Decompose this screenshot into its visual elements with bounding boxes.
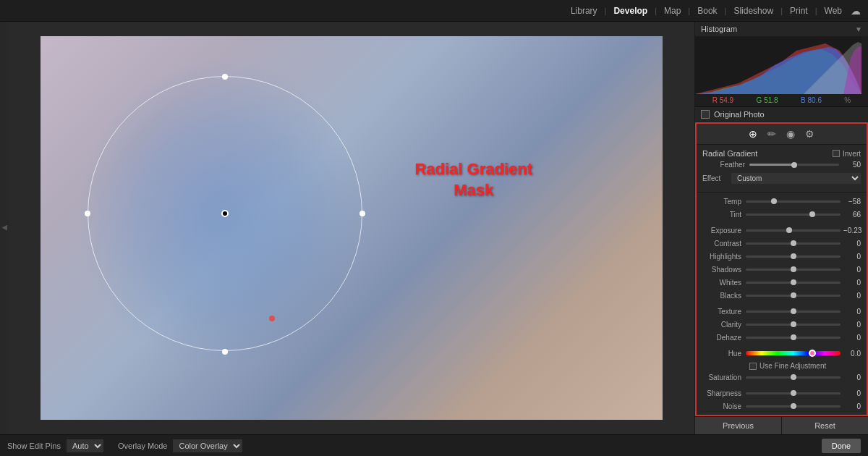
highlights-value: 0	[841, 253, 861, 261]
control-point-center[interactable]	[221, 210, 229, 217]
nav-print[interactable]: Print	[790, 6, 808, 16]
original-photo-checkbox[interactable]	[701, 110, 710, 119]
nav-book[interactable]: Book	[697, 6, 717, 16]
temp-label: Temp	[702, 198, 746, 206]
hue-value: 0.0	[841, 350, 861, 358]
tint-row: Tint 66	[702, 208, 861, 220]
shadows-slider[interactable]	[746, 269, 841, 271]
tint-slider[interactable]	[746, 214, 841, 216]
clarity-slider[interactable]	[746, 324, 841, 326]
temp-slider[interactable]	[746, 200, 841, 203]
saturation-value: 0	[841, 373, 861, 381]
hue-row: Hue 0.0	[702, 347, 861, 359]
whites-slider[interactable]	[746, 282, 841, 284]
left-arrow-icon: ▶	[1, 224, 7, 232]
photo-canvas-area[interactable]: Radial Gradient Mask	[9, 22, 694, 434]
histogram-title-bar: Histogram ▼	[695, 22, 868, 36]
mask-tool-icon[interactable]: ⊕	[749, 128, 757, 140]
histogram-b-label: B 80.6	[801, 96, 822, 104]
histogram-title: Histogram	[701, 25, 737, 33]
radial-gradient-section: Radial Gradient Invert Feather 50	[697, 145, 867, 193]
contrast-row: Contrast 0	[702, 237, 861, 249]
texture-row: Texture 0	[702, 305, 861, 317]
highlights-slider[interactable]	[746, 256, 841, 258]
auto-select[interactable]: Auto	[67, 439, 103, 452]
whites-label: Whites	[702, 279, 746, 287]
tint-value: 66	[841, 211, 861, 219]
invert-checkbox[interactable]	[833, 150, 840, 157]
highlights-label: Highlights	[702, 253, 746, 261]
top-navigation: Library | Develop | Map | Book | Slidesh…	[0, 0, 868, 22]
dehaze-slider[interactable]	[746, 337, 841, 339]
temp-row: Temp −58	[702, 195, 861, 207]
contrast-value: 0	[841, 240, 861, 248]
original-photo-bar: Original Photo	[695, 107, 868, 122]
contrast-label: Contrast	[702, 240, 746, 248]
blacks-slider[interactable]	[746, 295, 841, 297]
nav-library[interactable]: Library	[571, 6, 597, 16]
settings-tool-icon[interactable]: ⚙	[805, 128, 814, 140]
blacks-label: Blacks	[702, 292, 746, 300]
eye-tool-icon[interactable]: ◉	[786, 128, 795, 140]
dehaze-label: Dehaze	[702, 334, 746, 342]
control-point-bottom[interactable]	[222, 349, 228, 355]
sharpness-slider[interactable]	[746, 392, 841, 394]
radial-title: Radial Gradient	[702, 149, 757, 158]
control-point-top[interactable]	[222, 74, 228, 80]
dehaze-row: Dehaze 0	[702, 332, 861, 343]
noise-row: Noise 0	[702, 400, 861, 412]
histogram-chevron-icon[interactable]: ▼	[855, 25, 862, 33]
previous-button[interactable]: Previous	[695, 417, 782, 434]
nav-web[interactable]: Web	[825, 6, 842, 16]
noise-value: 0	[841, 402, 861, 410]
texture-slider[interactable]	[746, 311, 841, 313]
nav-slideshow[interactable]: Slideshow	[733, 6, 773, 16]
clarity-label: Clarity	[702, 321, 746, 329]
adjustments-section: Temp −58 Tint 66 Exposur	[697, 193, 867, 416]
whites-value: 0	[841, 279, 861, 287]
brush-tool-icon[interactable]: ✏	[767, 128, 776, 140]
nav-separator-2: |	[655, 7, 657, 15]
saturation-slider[interactable]	[746, 376, 841, 379]
left-collapse-panel[interactable]: ▶	[0, 22, 9, 434]
histogram-percent-icon: %	[844, 96, 851, 104]
feather-value: 50	[839, 161, 861, 169]
nav-separator-6: |	[815, 7, 817, 15]
histogram-canvas	[695, 36, 861, 94]
fine-adjustment-row: Use Fine Adjustment	[749, 360, 861, 371]
saturation-label: Saturation	[702, 373, 746, 381]
contrast-slider[interactable]	[746, 242, 841, 245]
saturation-row: Saturation 0	[702, 371, 861, 383]
effect-select[interactable]: Custom	[731, 173, 861, 184]
overlay-mode-label: Overlay Mode	[118, 442, 167, 450]
feather-slider[interactable]	[749, 164, 839, 166]
tool-icons-row: ⊕ ✏ ◉ ⚙	[697, 124, 867, 145]
fine-adj-checkbox[interactable]	[749, 363, 757, 370]
color-overlay-select[interactable]: Color Overlay	[173, 439, 242, 452]
effect-row: Effect Custom	[702, 171, 861, 186]
histogram-g-label: G 51.8	[757, 96, 778, 104]
clarity-row: Clarity 0	[702, 318, 861, 330]
histogram-r-label: R 54.9	[712, 96, 733, 104]
control-point-rotation[interactable]	[269, 316, 275, 321]
photo-canvas: Radial Gradient Mask	[41, 36, 663, 420]
clarity-value: 0	[841, 321, 861, 329]
exposure-slider[interactable]	[746, 229, 841, 232]
feather-slider-row: Feather 50	[702, 161, 861, 169]
noise-slider[interactable]	[746, 405, 841, 408]
control-point-left[interactable]	[85, 211, 90, 216]
temp-value: −58	[841, 198, 861, 206]
mask-label: Radial Gradient Mask	[414, 159, 532, 200]
reset-button[interactable]: Reset	[782, 417, 868, 434]
sharpness-value: 0	[841, 389, 861, 397]
invert-label: Invert	[833, 150, 861, 158]
fine-adj-label: Use Fine Adjustment	[760, 362, 826, 370]
nav-develop[interactable]: Develop	[613, 6, 647, 16]
original-photo-label: Original Photo	[714, 110, 765, 119]
hue-slider[interactable]	[746, 351, 841, 355]
nav-separator-4: |	[725, 7, 727, 15]
radial-header: Radial Gradient Invert	[702, 149, 861, 158]
control-point-right[interactable]	[359, 211, 365, 216]
done-button[interactable]: Done	[822, 439, 861, 453]
nav-map[interactable]: Map	[664, 6, 681, 16]
